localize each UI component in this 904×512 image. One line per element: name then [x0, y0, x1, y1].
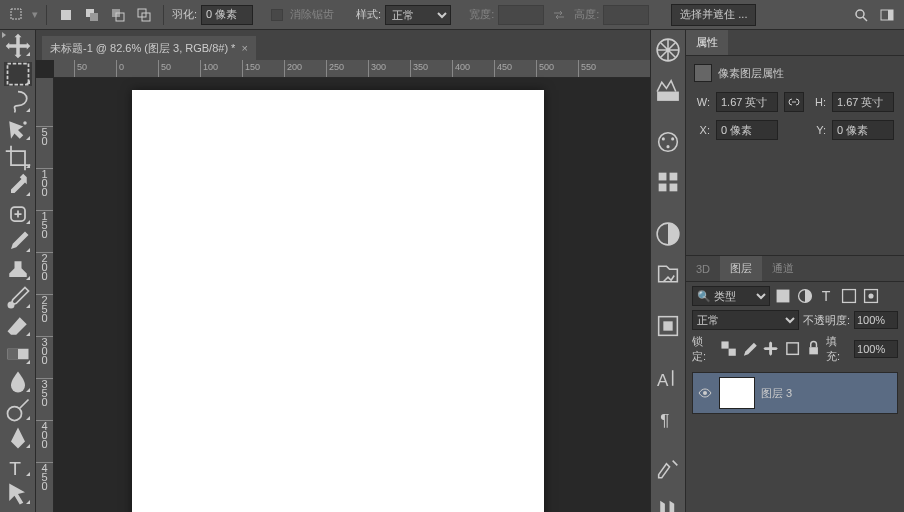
- h-label: H:: [810, 96, 826, 108]
- layer-thumbnail[interactable]: [719, 377, 755, 409]
- lock-transparent-icon[interactable]: [720, 340, 737, 358]
- svg-rect-1: [61, 10, 71, 20]
- styles-panel-icon[interactable]: [654, 168, 682, 196]
- link-wh-icon[interactable]: [784, 92, 804, 112]
- x-label: X:: [694, 124, 710, 136]
- pixel-layer-icon: [694, 64, 712, 82]
- character-panel-icon[interactable]: A: [654, 364, 682, 392]
- canvas[interactable]: [132, 90, 544, 512]
- vertical-ruler[interactable]: 50100150200250300350400450: [36, 78, 54, 512]
- brushes-panel-icon[interactable]: [654, 496, 682, 512]
- brush-settings-icon[interactable]: [654, 456, 682, 484]
- height-input: [603, 5, 649, 25]
- canvas-wrap: 50050100150200250300350400450500550 5010…: [36, 60, 650, 512]
- swatches-panel-icon[interactable]: [654, 76, 682, 104]
- svg-rect-42: [777, 290, 790, 303]
- tab-layers[interactable]: 图层: [720, 256, 762, 281]
- lock-position-icon[interactable]: [762, 340, 779, 358]
- lock-all-icon[interactable]: [805, 340, 822, 358]
- add-selection-icon[interactable]: [81, 4, 103, 26]
- filter-pixel-icon[interactable]: [774, 287, 792, 305]
- blur-tool[interactable]: [4, 370, 32, 394]
- svg-point-13: [23, 121, 27, 125]
- y-input[interactable]: [832, 120, 894, 140]
- document-tabbar: 未标题-1 @ 82.6% (图层 3, RGB/8#) * ×: [36, 30, 650, 60]
- gradient-tool[interactable]: [4, 342, 32, 366]
- tab-3d[interactable]: 3D: [686, 256, 720, 281]
- svg-rect-11: [888, 10, 893, 20]
- svg-line-19: [19, 400, 28, 409]
- paragraph-panel-icon[interactable]: ¶: [654, 404, 682, 432]
- layer-item[interactable]: 图层 3: [692, 372, 898, 414]
- lock-label: 锁定:: [692, 334, 716, 364]
- subtract-selection-icon[interactable]: [107, 4, 129, 26]
- brush-tool[interactable]: [4, 230, 32, 254]
- filter-type-icon[interactable]: T: [818, 287, 836, 305]
- feather-input[interactable]: [201, 5, 253, 25]
- svg-rect-51: [809, 348, 818, 355]
- svg-point-8: [856, 10, 864, 18]
- new-selection-icon[interactable]: [55, 4, 77, 26]
- x-input[interactable]: [716, 120, 778, 140]
- style-select[interactable]: 正常: [385, 5, 451, 25]
- svg-rect-30: [659, 173, 667, 181]
- select-and-mask-button[interactable]: 选择并遮住 ...: [671, 4, 756, 26]
- visibility-icon[interactable]: [697, 385, 713, 401]
- intersect-selection-icon[interactable]: [133, 4, 155, 26]
- eraser-tool[interactable]: [4, 314, 32, 338]
- options-bar: ▾ 羽化: 消除锯齿 样式: 正常 宽度: 高度: 选择并遮住 ...: [0, 0, 904, 30]
- path-select-tool[interactable]: [4, 482, 32, 506]
- stamp-tool[interactable]: [4, 258, 32, 282]
- quick-select-tool[interactable]: [4, 118, 32, 142]
- opacity-label: 不透明度:: [803, 313, 850, 328]
- svg-rect-3: [90, 13, 98, 21]
- move-tool[interactable]: [4, 34, 32, 58]
- workspace-icon[interactable]: [876, 4, 898, 26]
- lock-pixels-icon[interactable]: [741, 340, 758, 358]
- toolbar: T ⋯: [0, 30, 36, 512]
- svg-rect-50: [786, 343, 797, 354]
- h-input[interactable]: [832, 92, 894, 112]
- tool-preset-icon[interactable]: [6, 4, 28, 26]
- history-panel-icon[interactable]: [654, 312, 682, 340]
- crop-tool[interactable]: [4, 146, 32, 170]
- type-tool[interactable]: T: [4, 454, 32, 478]
- filter-adjustment-icon[interactable]: [796, 287, 814, 305]
- width-input: [498, 5, 544, 25]
- lasso-tool[interactable]: [4, 90, 32, 114]
- opacity-input[interactable]: [854, 311, 898, 329]
- search-icon[interactable]: [850, 4, 872, 26]
- fill-label: 填充:: [826, 334, 850, 364]
- libraries-panel-icon[interactable]: [654, 260, 682, 288]
- layer-filter-select[interactable]: 🔍 类型: [692, 286, 770, 306]
- lock-artboard-icon[interactable]: [784, 340, 801, 358]
- color-panel-icon[interactable]: [654, 36, 682, 64]
- blend-mode-select[interactable]: 正常: [692, 310, 799, 330]
- document-tab-title: 未标题-1 @ 82.6% (图层 3, RGB/8#) *: [50, 41, 235, 56]
- close-icon[interactable]: ×: [241, 42, 247, 54]
- pen-tool[interactable]: [4, 426, 32, 450]
- antialias-label: 消除锯齿: [290, 7, 334, 22]
- eyedropper-tool[interactable]: [4, 174, 32, 198]
- marquee-tool[interactable]: [4, 62, 32, 86]
- adjustments-panel-icon[interactable]: [654, 128, 682, 156]
- svg-point-18: [7, 407, 21, 421]
- svg-rect-45: [843, 290, 856, 303]
- healing-tool[interactable]: [4, 202, 32, 226]
- history-brush-tool[interactable]: [4, 286, 32, 310]
- filter-smart-icon[interactable]: [862, 287, 880, 305]
- svg-point-28: [671, 137, 674, 140]
- horizontal-ruler[interactable]: 50050100150200250300350400450500550: [54, 60, 650, 78]
- tab-channels[interactable]: 通道: [762, 256, 804, 281]
- dodge-tool[interactable]: [4, 398, 32, 422]
- document-tab[interactable]: 未标题-1 @ 82.6% (图层 3, RGB/8#) * ×: [42, 36, 256, 60]
- half-circle-icon[interactable]: [654, 220, 682, 248]
- w-input[interactable]: [716, 92, 778, 112]
- tab-properties[interactable]: 属性: [686, 30, 728, 55]
- layers-panel: 🔍 类型 T 正常 不透明度: 锁定: 填充:: [686, 282, 904, 512]
- filter-shape-icon[interactable]: [840, 287, 858, 305]
- svg-line-9: [863, 17, 867, 21]
- fill-input[interactable]: [854, 340, 898, 358]
- panel-strip: A ¶: [650, 30, 686, 512]
- svg-text:T: T: [822, 288, 831, 304]
